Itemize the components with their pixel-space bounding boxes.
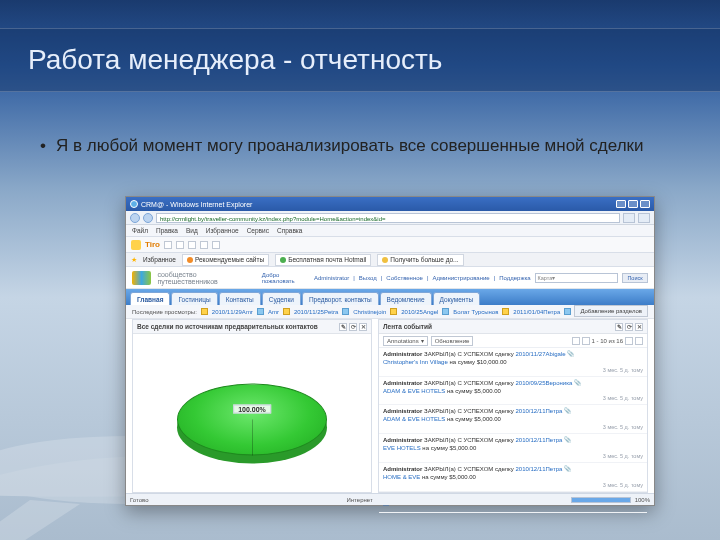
favbar-recommended[interactable]: Рекомендуемые сайты <box>182 254 269 266</box>
ie-titlebar: CRM@ - Windows Internet Explorer <box>126 197 654 211</box>
window-title: CRM@ - Windows Internet Explorer <box>141 201 252 208</box>
mail-icon <box>280 257 286 263</box>
recent-item[interactable]: 2011/01/04Петра <box>513 309 560 315</box>
feed-meta: 3 мес. 5 д. тому <box>383 453 643 460</box>
menu-fav[interactable]: Избранное <box>206 227 239 234</box>
link-own[interactable]: Собственное <box>386 275 423 281</box>
recent-item[interactable]: 2010/11/25Petra <box>294 309 338 315</box>
ie-icon <box>130 200 138 208</box>
status-done: Готово <box>130 497 149 503</box>
tool-btn-4[interactable] <box>200 241 208 249</box>
pager-next-icon[interactable] <box>625 337 633 345</box>
tool-btn-1[interactable] <box>164 241 172 249</box>
menu-file[interactable]: Файл <box>132 227 148 234</box>
recent-icon <box>564 308 571 315</box>
feed-user: Administrator <box>383 380 422 386</box>
recent-icon <box>257 308 264 315</box>
tool-btn-5[interactable] <box>212 241 220 249</box>
search-box[interactable] <box>638 213 650 223</box>
pane-refresh-icon[interactable]: ⟳ <box>625 323 633 331</box>
link-admin[interactable]: Администрирование <box>432 275 489 281</box>
recent-icon <box>342 308 349 315</box>
add-section-button[interactable]: Добавление разделов <box>574 305 648 317</box>
feed-pane: Лента событий ✎ ⟳ ✕ Annotations ▾ Обновл… <box>378 319 648 493</box>
pane-close-icon[interactable]: ✕ <box>359 323 367 331</box>
menu-edit[interactable]: Правка <box>156 227 178 234</box>
tab-deals[interactable]: Суделки <box>262 292 301 305</box>
fav-star-icon[interactable] <box>131 240 141 250</box>
pane-refresh-icon[interactable]: ⟳ <box>349 323 357 331</box>
tab-hotels[interactable]: Гостиницы <box>171 292 217 305</box>
feed-object-link[interactable]: ADAM & EVE HOTELS <box>383 388 445 394</box>
refresh-button[interactable] <box>623 213 635 223</box>
feed-meta: 3 мес. 5 д. тому <box>383 424 643 431</box>
dashboard-panes: Все сделки по источникам предварительных… <box>126 319 654 493</box>
feed-object-link[interactable]: ADAM & EVE HOTELS <box>383 416 445 422</box>
tool-btn-3[interactable] <box>188 241 196 249</box>
menu-help[interactable]: Справка <box>277 227 303 234</box>
favorites-label[interactable]: Избранное <box>143 256 176 263</box>
feed-date-link[interactable]: 2010/12/11Петра <box>516 437 563 443</box>
feed-object-link[interactable]: HOME & EVE <box>383 474 420 480</box>
pane-edit-icon[interactable]: ✎ <box>615 323 623 331</box>
feed-update-button[interactable]: Обновление <box>431 336 474 346</box>
slide: Работа менеджера - отчетность Я в любой … <box>0 0 720 540</box>
slide-bullet: Я в любой момент могу проанализировать в… <box>56 135 680 158</box>
star-icon[interactable]: ★ <box>131 256 137 264</box>
tab-main[interactable]: Главная <box>130 292 170 305</box>
feed-action: ЗАКРЫЛ(а) С УСПЕХОМ сделку <box>424 437 514 443</box>
link-support[interactable]: Поддержка <box>499 275 530 281</box>
maximize-button[interactable] <box>628 200 638 208</box>
feed-date-link[interactable]: 2010/12/11Петра <box>516 466 563 472</box>
feed-object-link[interactable]: EVE HOTELS <box>383 445 421 451</box>
tab-contacts[interactable]: Контакты <box>219 292 261 305</box>
recent-item[interactable]: 2010/11/29Amr <box>212 309 253 315</box>
feed-amount: на сумму $5,000.00 <box>422 445 476 451</box>
close-button[interactable] <box>640 200 650 208</box>
link-logout[interactable]: Выход <box>359 275 377 281</box>
pager-last-icon[interactable] <box>635 337 643 345</box>
pager-first-icon[interactable] <box>572 337 580 345</box>
status-zone: Интернет <box>346 497 372 503</box>
tab-notify[interactable]: Ведомление <box>380 292 432 305</box>
recent-item[interactable]: Christinejoin <box>353 309 386 315</box>
feed-action: ЗАКРЫЛ(а) С УСПЕХОМ сделку <box>424 351 514 357</box>
ie-favorites-bar: ★ Избранное Рекомендуемые сайты Бесплатн… <box>126 253 654 267</box>
tab-leads[interactable]: Предворот. контакты <box>302 292 379 305</box>
pane-close-icon[interactable]: ✕ <box>635 323 643 331</box>
recent-icon <box>442 308 449 315</box>
feed-item: Administrator ЗАКРЫЛ(а) С УСПЕХОМ сделку… <box>379 405 647 434</box>
feed-object-link[interactable]: Christopher's Inn Village <box>383 359 448 365</box>
feed-filter-select[interactable]: Annotations ▾ <box>383 336 428 346</box>
minimize-button[interactable] <box>616 200 626 208</box>
tool-btn-2[interactable] <box>176 241 184 249</box>
search-input[interactable]: Карта ▾ <box>535 273 618 283</box>
forward-button[interactable] <box>143 213 153 223</box>
rss-icon <box>187 257 193 263</box>
pager-prev-icon[interactable] <box>582 337 590 345</box>
feed-date-link[interactable]: 2010/12/11Петра <box>516 408 563 414</box>
recent-icon <box>390 308 397 315</box>
status-progress <box>571 497 631 503</box>
recent-item[interactable]: Amr <box>268 309 279 315</box>
feed-meta: 3 мес. 5 д. тому <box>383 367 643 374</box>
status-zoom: 100% <box>635 497 650 503</box>
slide-title: Работа менеджера - отчетность <box>28 44 442 76</box>
user-link[interactable]: Administrator <box>314 275 349 281</box>
feed-date-link[interactable]: 2010/09/25Вероника <box>516 380 573 386</box>
feed-item: Administrator ЗАКРЫЛ(а) С УСПЕХОМ сделку… <box>379 463 647 492</box>
tab-docs[interactable]: Документы <box>433 292 481 305</box>
feed-date-link[interactable]: 2010/11/27Abigale <box>516 351 566 357</box>
favbar-more[interactable]: Получить больше до... <box>377 254 463 266</box>
recent-item[interactable]: Болат Турсынов <box>453 309 498 315</box>
address-bar[interactable]: http://crmlight.by/traveller-community.k… <box>156 213 620 223</box>
favbar-hotmail[interactable]: Бесплатная почта Hotmail <box>275 254 371 266</box>
pane-edit-icon[interactable]: ✎ <box>339 323 347 331</box>
menu-view[interactable]: Вид <box>186 227 198 234</box>
search-button[interactable]: Поиск <box>622 273 648 283</box>
feed-pager: 1 - 10 из 16 <box>572 337 643 345</box>
menu-tools[interactable]: Сервис <box>247 227 269 234</box>
back-button[interactable] <box>130 213 140 223</box>
recent-item[interactable]: 2010/25Angel <box>401 309 438 315</box>
app-header: сообщество путешественников Добро пожало… <box>126 267 654 289</box>
